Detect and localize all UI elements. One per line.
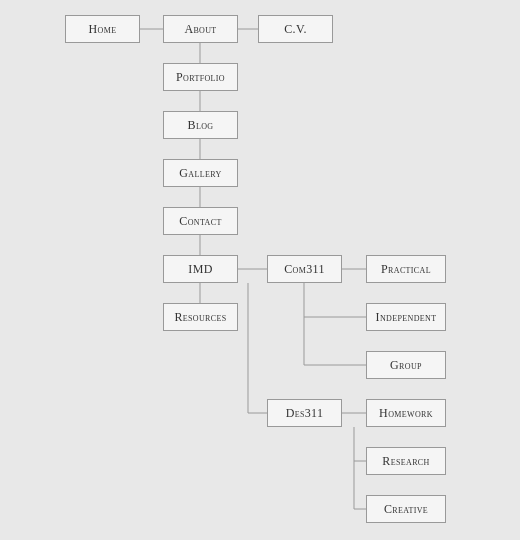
node-gallery[interactable]: Gallery (163, 159, 238, 187)
node-portfolio[interactable]: Portfolio (163, 63, 238, 91)
node-des311[interactable]: Des311 (267, 399, 342, 427)
node-group[interactable]: Group (366, 351, 446, 379)
node-com311[interactable]: Com311 (267, 255, 342, 283)
node-about[interactable]: About (163, 15, 238, 43)
node-cv[interactable]: C.V. (258, 15, 333, 43)
node-blog[interactable]: Blog (163, 111, 238, 139)
site-map-diagram: Home About C.V. Portfolio Blog Gallery C… (0, 0, 520, 540)
node-contact[interactable]: Contact (163, 207, 238, 235)
node-home[interactable]: Home (65, 15, 140, 43)
node-resources[interactable]: Resources (163, 303, 238, 331)
node-homework[interactable]: Homework (366, 399, 446, 427)
node-imd[interactable]: IMD (163, 255, 238, 283)
node-research[interactable]: Research (366, 447, 446, 475)
node-creative[interactable]: Creative (366, 495, 446, 523)
node-practical[interactable]: Practical (366, 255, 446, 283)
node-independent[interactable]: Independent (366, 303, 446, 331)
